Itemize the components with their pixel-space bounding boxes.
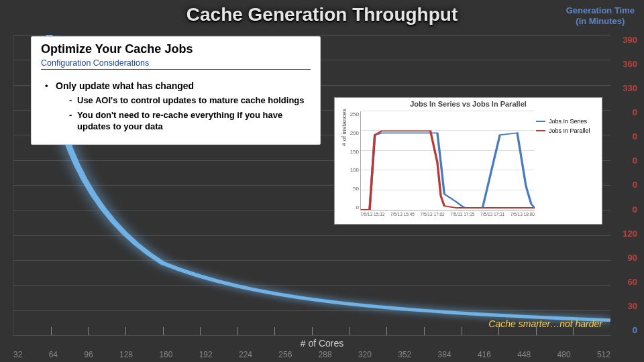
bullet-sub-2: You don't need to re-cache everything if…: [69, 110, 311, 132]
y2-axis-title: Generation Time (in Minutes): [566, 5, 635, 26]
legend-swatch-series: [536, 121, 545, 122]
bullet-sub-1: Use AOI's to control updates to mature c…: [69, 95, 311, 106]
tagline: Cache smarter…not harder: [486, 318, 605, 330]
x-ticks: 326496128 160192224256 288320352384 4164…: [13, 350, 610, 361]
embedded-chart-yticks: 050100 150200250: [347, 111, 359, 210]
content-overlay: Optimize Your Cache Jobs Configuration C…: [31, 36, 321, 145]
embedded-chart-title: Jobs In Series vs Jobs In Parallel: [335, 98, 602, 109]
legend-swatch-parallel: [536, 130, 545, 131]
embedded-chart: Jobs In Series vs Jobs In Parallel # of …: [334, 97, 602, 225]
overlay-subtitle: Configuration Considerations: [41, 58, 311, 70]
bullet-main: Only update what has changed Use AOI's t…: [49, 80, 311, 132]
embedded-chart-plot: [360, 111, 535, 210]
y2-ticks: 390 360 330 0 0 0 0 0 120 90 60 30 0: [612, 35, 637, 335]
chart-title: Cache Generation Throughput: [0, 4, 644, 25]
embedded-chart-legend: Jobs In Series Jobs In Parallel: [536, 118, 598, 137]
overlay-title: Optimize Your Cache Jobs: [41, 42, 311, 56]
x-axis-label: # of Cores: [0, 338, 644, 349]
embedded-chart-xticks: 7/5/13 15:337/5/13 15:457/5/13 17:02 7/5…: [360, 212, 535, 217]
